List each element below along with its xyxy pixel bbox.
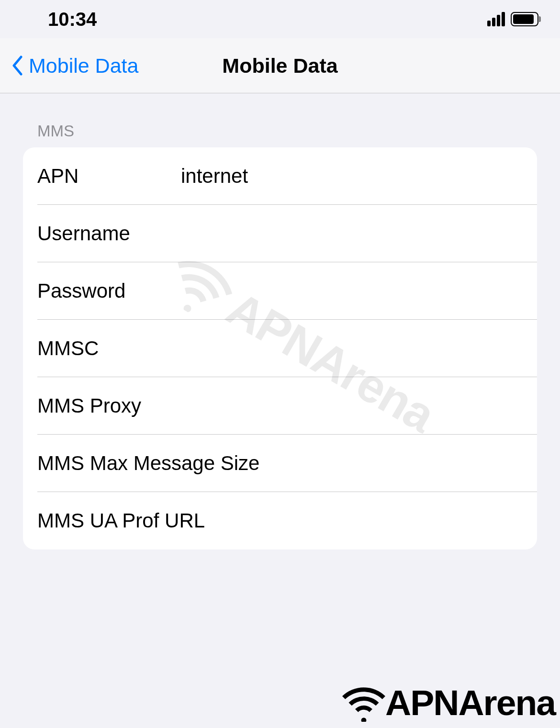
settings-row-mms-proxy[interactable]: MMS Proxy — [23, 377, 537, 435]
status-indicators — [487, 12, 541, 26]
brand-text: APNArena — [385, 682, 555, 723]
settings-row-mms-ua-prof[interactable]: MMS UA Prof URL — [23, 492, 537, 549]
settings-row-apn[interactable]: APN — [23, 147, 537, 205]
row-label: APN — [37, 165, 181, 188]
settings-row-password[interactable]: Password — [23, 262, 537, 320]
status-time: 10:34 — [48, 9, 97, 30]
mms-max-size-input[interactable] — [270, 452, 523, 475]
apn-input[interactable] — [181, 165, 523, 188]
row-label: MMS Proxy — [37, 394, 181, 417]
row-label: MMS UA Prof URL — [37, 509, 270, 532]
cellular-signal-icon — [487, 12, 505, 26]
navigation-bar: Mobile Data Mobile Data — [0, 38, 560, 93]
settings-row-mms-max-size[interactable]: MMS Max Message Size — [23, 435, 537, 492]
section-header-mms: MMS — [23, 93, 537, 147]
back-button[interactable]: Mobile Data — [0, 54, 138, 78]
mmsc-input[interactable] — [181, 337, 523, 360]
mms-proxy-input[interactable] — [181, 394, 523, 417]
settings-row-mmsc[interactable]: MMSC — [23, 320, 537, 377]
settings-group-mms: APN Username Password MMSC MMS Proxy MMS… — [23, 147, 537, 549]
footer-brand: APNArena — [337, 677, 560, 728]
chevron-left-icon — [10, 54, 25, 78]
mms-ua-prof-input[interactable] — [270, 509, 523, 532]
status-bar: 10:34 — [0, 0, 560, 38]
settings-row-username[interactable]: Username — [23, 205, 537, 262]
row-label: Password — [37, 280, 181, 302]
row-label: MMS Max Message Size — [37, 452, 270, 475]
page-title: Mobile Data — [222, 54, 337, 78]
username-input[interactable] — [181, 222, 523, 245]
content-area: MMS APN Username Password MMSC MMS Proxy — [0, 93, 560, 549]
battery-icon — [511, 12, 541, 26]
wifi-icon — [342, 683, 385, 722]
back-label: Mobile Data — [29, 54, 138, 78]
password-input[interactable] — [181, 280, 523, 302]
row-label: Username — [37, 222, 181, 245]
row-label: MMSC — [37, 337, 181, 360]
